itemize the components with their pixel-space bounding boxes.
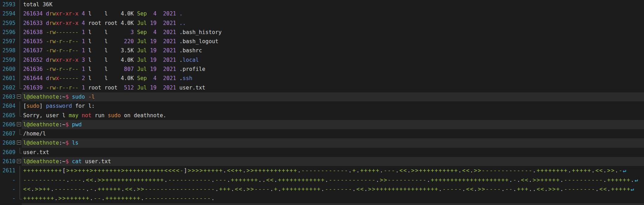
brainfuck-token: .: [298, 167, 301, 174]
line-number[interactable]: 2605: [0, 111, 16, 120]
log-token: w: [52, 38, 55, 45]
brainfuck-token: .: [356, 167, 360, 174]
log-token: Jul: [137, 66, 147, 72]
log-line-text[interactable]: 261644 drwx------ 2 l l 4.0K Sep 4 2021 …: [22, 74, 644, 83]
log-token: 19: [150, 57, 157, 63]
log-token: 1: [82, 66, 85, 72]
line-number[interactable]: [0, 203, 16, 205]
brainfuck-token: +: [274, 186, 278, 192]
brainfuck-output-text[interactable]: ++++++++++[>+>+++>+++++++>++++++++++<<<<…: [22, 166, 644, 175]
log-line-text[interactable]: 261635 -rw-r--r-- 1 l l 220 Jul 19 2021 …: [22, 37, 644, 46]
brainfuck-token: .: [607, 186, 611, 192]
brainfuck-output-text[interactable]: -----------.---.<<.>>+++++++++++++++.---…: [22, 176, 644, 185]
log-line-text[interactable]: [22, 203, 644, 205]
log-line-text[interactable]: l@deathnote:~$ sudo -l: [22, 92, 644, 101]
log-token: 4: [82, 11, 85, 17]
fold-collapse-icon[interactable]: [17, 94, 21, 99]
log-token: 4: [153, 11, 157, 17]
brainfuck-token: +++++: [572, 167, 591, 174]
editor-line: 2599261652 drwxr-xr-x 3 l l 4.0K Jul 19 …: [0, 55, 644, 65]
log-token: 261639: [23, 85, 46, 91]
terminal-prompt-line: 2610l@deathnote:~$ cat user.txt: [0, 157, 644, 166]
fold-guide: [16, 37, 22, 46]
line-number[interactable]: 2603: [0, 92, 16, 101]
brainfuck-token: .: [474, 186, 478, 192]
log-token: on deathnote.: [121, 112, 166, 119]
line-number[interactable]: 2604: [0, 101, 16, 111]
brainfuck-output-text[interactable]: <<.>>++.--------.-.++++++.<<.>>---------…: [22, 185, 644, 194]
log-line-text[interactable]: 261633 drwxr-xr-x 4 root root 4.0K Jul 1…: [22, 19, 644, 28]
log-token: l l 4.0K: [85, 11, 137, 17]
log-line-text[interactable]: 261639 -rw-r--r-- 1 root root 512 Jul 19…: [22, 83, 644, 92]
brainfuck-output-text[interactable]: ++++++++.>>++++++.--.+++++++++.---------…: [22, 194, 644, 203]
brainfuck-token: .: [66, 177, 70, 183]
fold-collapse-icon[interactable]: [17, 122, 21, 126]
log-token: [147, 85, 150, 91]
log-line-text[interactable]: 261638 -rw------- 1 l l 3 Sep 4 2021 .ba…: [22, 28, 644, 37]
log-token: 512: [124, 85, 134, 91]
log-line-text[interactable]: total 36K: [22, 0, 644, 9]
brainfuck-token: .: [439, 186, 443, 192]
line-number[interactable]: 2593: [0, 0, 16, 9]
line-number[interactable]: 2602: [0, 83, 16, 92]
brainfuck-token: .: [509, 177, 513, 183]
log-line-text[interactable]: l@deathnote:~$ pwd: [22, 120, 644, 129]
fold-collapse-icon[interactable]: [17, 140, 21, 145]
log-token: ]: [39, 103, 42, 109]
brainfuck-token: .: [231, 186, 235, 192]
brainfuck-token: .: [603, 167, 607, 174]
log-token: ~: [62, 158, 65, 165]
log-token: 1: [82, 47, 85, 54]
wrapped-line-marker[interactable]: -: [0, 176, 16, 185]
line-number[interactable]: 2609: [0, 148, 16, 157]
brainfuck-token: +++: [219, 186, 231, 192]
log-token: user.txt: [23, 149, 49, 156]
line-number[interactable]: 2597: [0, 37, 16, 46]
wrapped-line-marker[interactable]: -: [0, 185, 16, 194]
brainfuck-token: >>+++++++++++++++: [98, 177, 164, 183]
log-token: w: [52, 11, 55, 17]
brainfuck-token: .: [544, 186, 548, 192]
log-line-text[interactable]: 261636 -rw-r--r-- 1 l l 807 Jul 19 2021 …: [22, 65, 644, 74]
brainfuck-token: [: [62, 167, 66, 174]
line-number[interactable]: 2598: [0, 46, 16, 55]
brainfuck-token: <<: [23, 186, 31, 192]
line-number[interactable]: 2607: [0, 129, 16, 138]
log-line-text[interactable]: l@deathnote:~$ cat user.txt: [22, 157, 644, 166]
wrapped-line-marker[interactable]: -: [0, 194, 16, 203]
line-number[interactable]: 2610: [0, 157, 16, 166]
line-number[interactable]: 2601: [0, 74, 16, 83]
log-line-text[interactable]: l@deathnote:~$ ls: [22, 138, 644, 147]
log-line-text[interactable]: user.txt: [22, 148, 644, 157]
line-number[interactable]: 2595: [0, 19, 16, 28]
log-line-text[interactable]: 261637 -rw-r--r-- 1 l l 3.5K Jul 19 2021…: [22, 46, 644, 55]
brainfuck-token: +++++++++: [106, 195, 141, 201]
line-number[interactable]: 2599: [0, 55, 16, 65]
log-token: Jul: [137, 85, 147, 91]
log-line-text[interactable]: 261652 drwxr-xr-x 3 l l 4.0K Jul 19 2021…: [22, 55, 644, 65]
line-number[interactable]: 2596: [0, 28, 16, 37]
brainfuck-token: >>++++++: [59, 195, 90, 201]
line-number[interactable]: 2611: [0, 166, 16, 175]
line-number[interactable]: 2600: [0, 65, 16, 74]
log-line-text[interactable]: 261634 drwxr-xr-x 4 l l 4.0K Sep 4 2021 …: [22, 9, 644, 18]
log-token: [79, 112, 82, 119]
log-token: [176, 11, 179, 17]
log-line-text[interactable]: [sudo] password for l:: [22, 101, 644, 111]
line-number[interactable]: 2594: [0, 9, 16, 18]
editor-line: 2598261637 -rw-r--r-- 1 l l 3.5K Jul 19 …: [0, 46, 644, 55]
fold-collapse-icon[interactable]: [17, 159, 21, 163]
brainfuck-token: -----: [443, 186, 462, 192]
log-token: 2021: [163, 11, 176, 17]
log-token: 261652 d: [23, 57, 49, 63]
brainfuck-token: +: [352, 167, 356, 174]
log-token: -: [46, 38, 49, 45]
log-line-text[interactable]: Sorry, user l may not run sudo on deathn…: [22, 111, 644, 120]
brainfuck-token: .: [270, 186, 274, 192]
line-number[interactable]: 2606: [0, 120, 16, 129]
line-number[interactable]: 2608: [0, 138, 16, 147]
brainfuck-token: +++++++: [231, 177, 258, 183]
terminal-prompt-line: 2606l@deathnote:~$ pwd: [0, 120, 644, 129]
log-line-text[interactable]: /home/l: [22, 129, 644, 138]
brainfuck-token: .: [223, 167, 227, 174]
